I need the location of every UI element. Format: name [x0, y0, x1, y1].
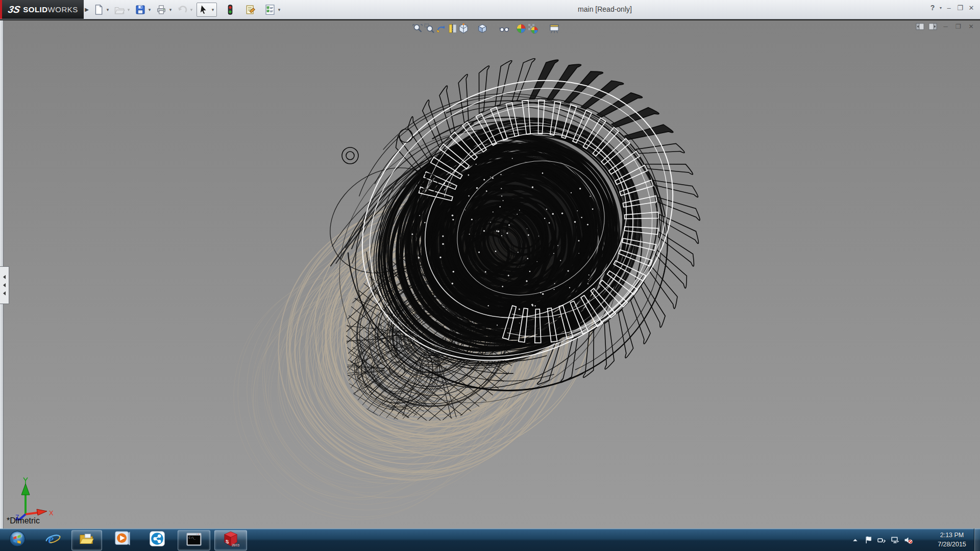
- share-app-icon: [149, 530, 166, 549]
- dropdown-arrow-icon[interactable]: ▾: [147, 7, 152, 12]
- start-orb-icon: [9, 530, 26, 549]
- windows-explorer-icon: [78, 531, 95, 550]
- network-icon[interactable]: [888, 529, 901, 551]
- open-document-icon: [114, 4, 125, 15]
- clock-time: 2:13 PM: [932, 531, 972, 540]
- dropdown-arrow-icon[interactable]: ▾: [105, 7, 110, 12]
- internet-explorer-taskbar-button[interactable]: e: [39, 530, 67, 549]
- options-icon: [264, 4, 276, 15]
- action-center-flag-icon[interactable]: [862, 529, 875, 551]
- dropdown-arrow-icon[interactable]: ▾: [210, 7, 215, 12]
- help-dropdown-icon[interactable]: ▾: [938, 6, 943, 10]
- minimize-button[interactable]: –: [943, 4, 954, 12]
- show-desktop-button[interactable]: [974, 529, 980, 551]
- undo-button: ▾: [176, 3, 195, 16]
- close-button[interactable]: ✕: [966, 4, 977, 12]
- media-player-icon: [114, 530, 131, 549]
- new-document-button[interactable]: ▾: [92, 3, 111, 16]
- file-properties-button[interactable]: [243, 3, 257, 16]
- document-window-controls: ─ ❐ ✕: [915, 22, 976, 31]
- new-document-icon: [93, 4, 104, 15]
- titlebar: 3S SOLID WORKS ▶ ▾▾▾▾▾▾▾ main [Read-only…: [0, 0, 980, 19]
- media-player-taskbar-button[interactable]: [108, 530, 137, 549]
- logo-text-light: WORKS: [48, 5, 78, 14]
- save-icon: [135, 4, 146, 15]
- save-button[interactable]: ▾: [134, 3, 153, 16]
- help-icon[interactable]: ?: [927, 4, 938, 12]
- apply-scene-icon[interactable]: [527, 23, 538, 34]
- view-orientation-icon[interactable]: [458, 23, 469, 34]
- reference-triad: X Z: [9, 474, 60, 520]
- svg-text:X: X: [49, 509, 54, 517]
- view-settings-icon[interactable]: [549, 23, 560, 34]
- solidworks-icon: SW2015: [222, 531, 239, 550]
- start-orb-taskbar-button[interactable]: [5, 530, 30, 549]
- doc-restore-icon[interactable]: ❐: [953, 22, 963, 31]
- doc-close-icon[interactable]: ✕: [966, 22, 976, 31]
- section-view-icon[interactable]: [447, 23, 458, 34]
- triad-y-axis: [21, 478, 30, 514]
- doc-minimize-icon[interactable]: ─: [941, 22, 950, 31]
- edit-appearance-icon[interactable]: [516, 23, 527, 34]
- print-icon: [156, 4, 167, 15]
- command-prompt-icon: C:\_: [185, 531, 203, 550]
- dropdown-arrow-icon[interactable]: ▾: [126, 7, 131, 12]
- turbine-wireframe-model[interactable]: [0, 20, 980, 529]
- previous-view-icon[interactable]: [435, 23, 447, 34]
- menu-flyout-arrow-icon[interactable]: ▶: [84, 3, 90, 16]
- hide-show-items-icon[interactable]: [499, 23, 510, 34]
- dropdown-arrow-icon[interactable]: ▾: [277, 7, 282, 12]
- clock-date: 7/28/2015: [932, 540, 972, 549]
- view-orientation-label: *Dimetric: [7, 516, 40, 525]
- svg-text:2015: 2015: [232, 543, 239, 547]
- main-toolbar: ▾▾▾▾▾▾▾: [92, 2, 284, 18]
- traffic-light-button[interactable]: [224, 3, 237, 16]
- command-prompt-taskbar-button[interactable]: C:\_: [178, 530, 210, 550]
- graphics-area[interactable]: ─ ❐ ✕ X Z *Dimetric: [0, 19, 980, 529]
- taskbar-clock[interactable]: 2:13 PM 7/28/2015: [932, 529, 972, 551]
- svg-text:S: S: [226, 538, 229, 545]
- triad-x-axis: X: [26, 509, 54, 517]
- system-tray: [848, 529, 915, 551]
- power-icon[interactable]: [875, 529, 888, 551]
- windows-explorer-taskbar-button[interactable]: [71, 530, 102, 550]
- logo-text-bold: SOLID: [23, 5, 47, 14]
- logo-mark: 3S: [7, 4, 21, 15]
- pane-right-icon[interactable]: [928, 22, 938, 31]
- solidworks-taskbar-button[interactable]: SW2015: [214, 530, 247, 550]
- select-cursor-button[interactable]: ▾: [197, 3, 217, 17]
- undo-icon: [177, 4, 188, 15]
- hidden-icons-chevron-icon[interactable]: [848, 529, 862, 551]
- restore-button[interactable]: ❐: [954, 4, 966, 12]
- zoom-to-fit-icon[interactable]: [412, 23, 423, 34]
- select-cursor-icon: [198, 4, 209, 15]
- traffic-light-icon: [225, 4, 236, 15]
- share-app-taskbar-button[interactable]: [143, 530, 172, 549]
- open-document-button: ▾: [113, 3, 132, 16]
- desktop: 3S SOLID WORKS ▶ ▾▾▾▾▾▾▾ main [Read-only…: [0, 0, 980, 551]
- svg-text:W: W: [234, 531, 239, 531]
- display-style-icon[interactable]: [477, 23, 488, 34]
- svg-text:e: e: [48, 532, 54, 546]
- window-title: main [Read-only]: [528, 5, 681, 13]
- taskbar: eC:\_SW2015 2:13 PM 7/28/2015: [0, 529, 980, 551]
- internet-explorer-icon: e: [44, 530, 62, 549]
- options-button[interactable]: ▾: [263, 3, 283, 16]
- pane-left-icon[interactable]: [915, 22, 925, 31]
- feature-panel-expand-handle[interactable]: [0, 266, 9, 304]
- dropdown-arrow-icon[interactable]: ▾: [189, 7, 194, 12]
- print-button[interactable]: ▾: [155, 3, 174, 16]
- headsup-view-toolbar: [0, 23, 980, 35]
- window-controls: ? ▾ – ❐ ✕: [927, 4, 977, 12]
- volume-muted-icon[interactable]: [901, 529, 915, 551]
- solidworks-logo: 3S SOLID WORKS: [2, 0, 84, 19]
- dropdown-arrow-icon[interactable]: ▾: [168, 7, 173, 12]
- zoom-to-area-icon[interactable]: [424, 23, 435, 34]
- svg-text:C:\_: C:\_: [189, 536, 196, 540]
- file-properties-icon: [244, 4, 256, 15]
